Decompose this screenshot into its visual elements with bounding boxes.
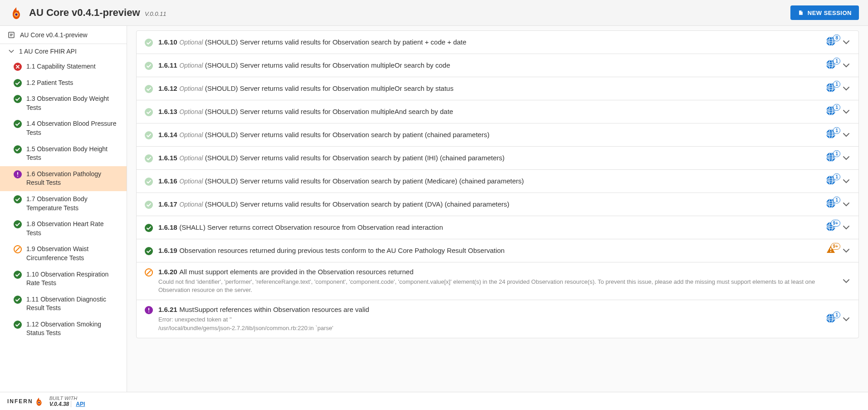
request-count-badge[interactable]: 1 (826, 152, 838, 164)
chevron-down-icon[interactable] (842, 108, 850, 116)
chevron-down-icon[interactable] (842, 200, 850, 208)
test-row[interactable]: 1.6.10 Optional (SHOULD) Server returns … (137, 31, 858, 54)
sidebar-item[interactable]: 1.9 Observation Waist Circumference Test… (0, 241, 127, 266)
pass-status-icon (14, 271, 22, 279)
pass-status-icon (14, 296, 22, 304)
test-tag: Optional (179, 154, 203, 162)
request-count: 9+ (831, 220, 840, 227)
warning-count-badge[interactable]: 9+ (826, 245, 838, 257)
test-row[interactable]: 1.6.17 Optional (SHOULD) Server returns … (137, 193, 858, 216)
sidebar-item[interactable]: 1.4 Observation Blood Pressure Tests (0, 116, 127, 141)
chevron-down-icon[interactable] (842, 154, 850, 162)
pass-weak-status-icon (145, 201, 153, 209)
test-tag: Optional (179, 62, 203, 69)
chevron-down-icon[interactable] (842, 177, 850, 185)
sidebar-item[interactable]: 1.1 Capability Statement (0, 59, 127, 75)
test-row[interactable]: 1.6.14 Optional (SHOULD) Server returns … (137, 123, 858, 147)
sidebar-item[interactable]: 1.8 Observation Heart Rate Tests (0, 216, 127, 241)
request-count: 1 (833, 173, 840, 180)
chevron-down-icon[interactable] (842, 84, 850, 93)
test-row[interactable]: 1.6.11 Optional (SHOULD) Server returns … (137, 54, 858, 77)
header-left: AU Core v0.4.1-preview V.0.0.11 (9, 5, 166, 20)
test-description: (SHALL) Server returns correct Observati… (179, 223, 443, 231)
pass-weak-status-icon (145, 62, 153, 70)
chevron-down-icon[interactable] (842, 223, 850, 232)
sidebar-item-label: 1.12 Observation Smoking Status Tests (26, 320, 119, 338)
test-description: (SHOULD) Server returns valid results fo… (205, 131, 490, 138)
test-description: (SHOULD) Server returns valid results fo… (205, 61, 450, 69)
test-id: 1.6.18 (158, 223, 177, 231)
chevron-down-icon[interactable] (842, 131, 850, 139)
sidebar-item-label: 1.4 Observation Blood Pressure Tests (26, 119, 119, 137)
test-row[interactable]: 1.6.19 Observation resources returned du… (137, 239, 858, 262)
sidebar-item[interactable]: 1.11 Observation Diagnostic Result Tests (0, 291, 127, 316)
fail-status-icon (14, 63, 22, 71)
test-row[interactable]: 1.6.12 Optional (SHOULD) Server returns … (137, 77, 858, 100)
sidebar-item[interactable]: 1.2 Patient Tests (0, 75, 127, 91)
brand-logo-icon (9, 5, 24, 20)
sidebar-item[interactable]: 1.6 Observation Pathology Result Tests (0, 166, 127, 191)
test-row[interactable]: 1.6.21 MustSupport references within Obs… (137, 300, 858, 337)
test-description: Observation resources returned during pr… (179, 247, 505, 254)
request-count-badge[interactable]: 8 (826, 36, 838, 48)
chevron-down-icon[interactable] (842, 38, 850, 46)
request-count: 1 (833, 127, 840, 134)
test-row[interactable]: 1.6.13 Optional (SHOULD) Server returns … (137, 100, 858, 123)
sidebar-item-label: 1.3 Observation Body Weight Tests (26, 94, 119, 112)
test-row[interactable]: 1.6.15 Optional (SHOULD) Server returns … (137, 147, 858, 170)
sidebar-item-label: 1.11 Observation Diagnostic Result Tests (26, 295, 119, 313)
document-icon (7, 31, 15, 39)
test-tag: Optional (179, 201, 203, 208)
chevron-down-icon[interactable] (842, 315, 850, 323)
test-description: (SHOULD) Server returns valid results fo… (205, 108, 453, 115)
test-description: (SHOULD) Server returns valid results fo… (205, 84, 454, 92)
sidebar-item[interactable]: 1.10 Observation Respiration Rate Tests (0, 267, 127, 291)
test-row[interactable]: 1.6.20 All must support elements are pro… (137, 262, 858, 300)
sidebar-group[interactable]: 1 AU Core FHIR API (0, 44, 127, 59)
chevron-down-icon[interactable] (842, 247, 850, 255)
chevron-down-icon[interactable] (842, 277, 850, 285)
warning-count: 9+ (831, 243, 840, 250)
test-description: (SHOULD) Server returns valid results fo… (205, 38, 466, 46)
request-count-badge[interactable]: 1 (826, 313, 838, 325)
test-id: 1.6.10 (158, 38, 177, 46)
pass-status-icon (14, 195, 22, 203)
request-count-badge[interactable]: 1 (826, 83, 838, 94)
sidebar-scroll[interactable]: AU Core v0.4.1-preview 1 AU Core FHIR AP… (0, 26, 127, 392)
sidebar-item-label: 1.2 Patient Tests (26, 79, 119, 88)
test-row[interactable]: 1.6.18 (SHALL) Server returns correct Ob… (137, 216, 858, 239)
request-count-badge[interactable]: 1 (826, 106, 838, 118)
test-id: 1.6.19 (158, 247, 177, 254)
request-count-badge[interactable]: 1 (826, 59, 838, 71)
pass-status-icon (14, 321, 22, 329)
pass-status-icon (14, 79, 22, 87)
main[interactable]: 1.6.10 Optional (SHOULD) Server returns … (127, 26, 868, 392)
sidebar: AU Core v0.4.1-preview 1 AU Core FHIR AP… (0, 26, 127, 392)
sidebar-item[interactable]: 1.12 Observation Smoking Status Tests (0, 316, 127, 341)
sidebar-root-label: AU Core v0.4.1-preview (20, 31, 88, 39)
request-count-badge[interactable]: 1 (826, 198, 838, 210)
request-count-badge[interactable]: 1 (826, 175, 838, 187)
request-count: 1 (833, 150, 840, 157)
chevron-down-icon[interactable] (842, 61, 850, 69)
request-count: 1 (833, 81, 840, 88)
pass-status-icon (145, 224, 153, 232)
request-count-badge[interactable]: 1 (826, 129, 838, 141)
request-count-badge[interactable]: 9+ (826, 222, 838, 233)
footer-built: BUILT WITH (49, 395, 85, 401)
request-count: 1 (833, 104, 840, 111)
sidebar-item[interactable]: 1.5 Observation Body Height Tests (0, 141, 127, 166)
test-tag: Optional (179, 85, 203, 92)
pass-weak-status-icon (145, 131, 153, 139)
sidebar-root[interactable]: AU Core v0.4.1-preview (0, 26, 127, 44)
new-session-button[interactable]: NEW SESSION (790, 5, 859, 20)
test-row[interactable]: 1.6.16 Optional (SHOULD) Server returns … (137, 170, 858, 193)
sidebar-item[interactable]: 1.7 Observation Body Temperature Tests (0, 191, 127, 216)
footer-api-link[interactable]: API (71, 401, 85, 407)
skip-status-icon (145, 268, 153, 277)
test-message: Error: unexpected token at ''/usr/local/… (158, 316, 820, 332)
error-status-icon (14, 170, 22, 178)
pass-weak-status-icon (145, 108, 153, 116)
sidebar-item[interactable]: 1.3 Observation Body Weight Tests (0, 91, 127, 116)
pass-status-icon (145, 247, 153, 255)
